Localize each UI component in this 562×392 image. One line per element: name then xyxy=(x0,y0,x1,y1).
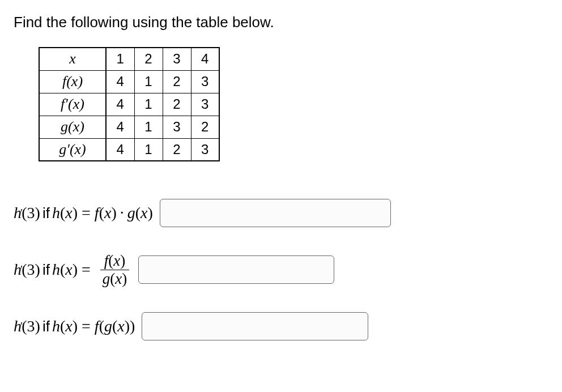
answer-input-composition[interactable] xyxy=(142,312,368,340)
table-row-label-f: f(x) xyxy=(39,70,106,93)
table-cell: 4 xyxy=(106,93,134,116)
table-cell: 3 xyxy=(191,138,219,161)
table-row-label-g: g(x) xyxy=(39,116,106,138)
table-cell: 1 xyxy=(134,138,163,161)
table-cell: 1 xyxy=(134,70,163,93)
fraction: f(x) g(x) xyxy=(100,252,129,288)
table-cell: 3 xyxy=(191,70,219,93)
answer-input-product[interactable] xyxy=(160,199,391,227)
prompt-text: Find the following using the table below… xyxy=(14,14,548,31)
question-expression: h′(3) if h(x) = f(x) · g(x) xyxy=(14,204,153,222)
table-row: g′(x) 4 1 2 3 xyxy=(39,138,219,161)
table-cell: 4 xyxy=(106,70,134,93)
table-cell: 2 xyxy=(191,116,219,138)
question-quotient-rule: h′(3) if h(x) = f(x) g(x) xyxy=(14,250,548,289)
table-row: f′(x) 4 1 2 3 xyxy=(39,93,219,116)
table-header-row: x 1 2 3 4 xyxy=(39,48,219,70)
table-header-cell: 3 xyxy=(163,48,191,70)
data-table: x 1 2 3 4 f(x) 4 1 2 3 f′(x) 4 1 2 3 g(x… xyxy=(39,47,220,161)
table-row-label-gprime: g′(x) xyxy=(39,138,106,161)
table-header-x: x xyxy=(39,48,106,70)
table-cell: 1 xyxy=(134,116,163,138)
table-header-cell: 4 xyxy=(191,48,219,70)
table-cell: 3 xyxy=(163,116,191,138)
question-expression: h′(3) if h(x) = f(g(x)) xyxy=(14,317,135,335)
table-header-cell: 2 xyxy=(134,48,163,70)
table-row-label-fprime: f′(x) xyxy=(39,93,106,116)
table-cell: 2 xyxy=(163,70,191,93)
question-product-rule: h′(3) if h(x) = f(x) · g(x) xyxy=(14,193,548,233)
table-cell: 1 xyxy=(134,93,163,116)
data-table-wrapper: x 1 2 3 4 f(x) 4 1 2 3 f′(x) 4 1 2 3 g(x… xyxy=(39,47,548,161)
answer-input-quotient[interactable] xyxy=(138,255,334,284)
table-row: f(x) 4 1 2 3 xyxy=(39,70,219,93)
table-row: g(x) 4 1 3 2 xyxy=(39,116,219,138)
table-cell: 2 xyxy=(163,93,191,116)
table-cell: 4 xyxy=(106,138,134,161)
table-cell: 4 xyxy=(106,116,134,138)
question-chain-rule: h′(3) if h(x) = f(g(x)) xyxy=(14,306,548,346)
table-cell: 2 xyxy=(163,138,191,161)
question-expression: h′(3) if h(x) = f(x) g(x) xyxy=(14,252,131,288)
table-header-cell: 1 xyxy=(106,48,134,70)
table-cell: 3 xyxy=(191,93,219,116)
